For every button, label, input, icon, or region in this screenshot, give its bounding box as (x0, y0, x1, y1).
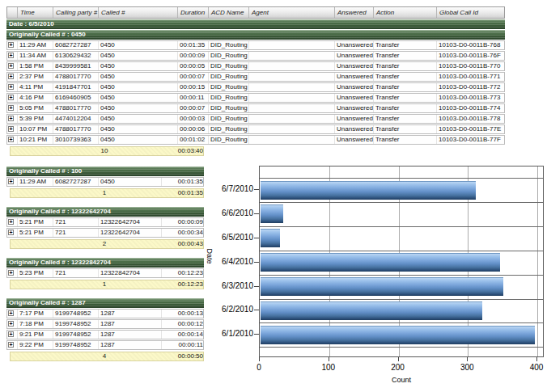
cell-called: 1287 (98, 341, 161, 349)
cell-calling-party: 4788017770 (53, 104, 98, 112)
expand-row-button[interactable]: + (8, 95, 14, 100)
table-row: +7:18 PM9199748952128700:00:12 (6, 319, 204, 329)
expand-row-button[interactable]: + (8, 179, 14, 184)
cell-called: 1287 (98, 320, 161, 328)
cell-called: 12322642704 (98, 229, 161, 237)
cell-calling-party: 721 (53, 269, 98, 277)
expander-cell: + (7, 62, 17, 70)
expander-cell: + (7, 125, 17, 133)
y-tick-label: 6/2/2010 (202, 305, 253, 314)
cell-calling-party: 6082727287 (53, 41, 98, 49)
cell-calling-party: 8439999581 (53, 62, 98, 70)
chart-bar (261, 277, 503, 296)
summary-duration: 00:01:35 (155, 189, 205, 197)
cell-calling-party: 6130629432 (53, 52, 98, 60)
cell-calling-party: 4474012204 (53, 115, 98, 123)
expand-row-button[interactable]: + (8, 116, 14, 121)
x-axis-tick (467, 357, 468, 361)
expander-cell: + (7, 94, 17, 102)
table-row: +1:58 PM8439999581045000:00:05DID_Routin… (6, 61, 505, 71)
column-header-time: Time (17, 7, 53, 18)
cell-called: 0450 (98, 104, 177, 112)
summary-row: 400:00:50 (10, 352, 204, 361)
gridline-horizontal (260, 275, 543, 276)
cell-called: 0450 (98, 83, 177, 91)
chart-bar (261, 204, 283, 223)
cell-acd-name: DID_Routing (208, 125, 248, 133)
cell-acd-name: DID_Routing (208, 136, 248, 144)
expander-cell: + (7, 73, 17, 81)
table-row: +10:21 PM3010739363045000:01:02DID_Routi… (6, 135, 505, 145)
expand-row-button[interactable]: + (8, 126, 14, 132)
expand-row-button[interactable]: + (8, 230, 14, 235)
x-axis-tick (259, 357, 260, 361)
expand-row-button[interactable]: + (8, 53, 14, 58)
group-band: Originally Called # : 1287 (6, 298, 204, 308)
expand-row-button[interactable]: + (8, 84, 14, 90)
cell-duration: 00:00:34 (161, 229, 205, 237)
group-band: Originally Called # : 0450 (6, 30, 505, 40)
table-row: +5:21 PM7211232264270400:00:34 (6, 228, 204, 238)
cell-action: Transfer (373, 83, 436, 91)
cell-acd-name: DID_Routing (208, 83, 248, 91)
cell-time: 10:21 PM (17, 136, 53, 144)
cell-acd-name: DID_Routing (208, 104, 248, 112)
table-row: +5:21 PM7211232264270400:00:09 (6, 217, 204, 227)
cell-answered: Unanswered (334, 52, 373, 60)
column-header-agent: Agent (248, 7, 334, 18)
cell-acd-name: DID_Routing (208, 62, 248, 70)
cell-time: 11:34 AM (17, 52, 53, 60)
summary-spacer (11, 240, 54, 248)
expand-row-button[interactable]: + (8, 219, 14, 225)
gridline-horizontal (260, 299, 543, 300)
column-header-global-call-id: Global Call Id (436, 7, 506, 18)
cell-called: 0450 (98, 125, 177, 133)
cell-time: 7:18 PM (17, 320, 53, 328)
cell-agent (248, 104, 334, 112)
cell-agent (248, 52, 334, 60)
cell-time: 11:29 AM (17, 41, 53, 49)
column-header-action: Action (373, 7, 436, 18)
cell-calling-party: 4788017770 (53, 73, 98, 81)
expand-row-button[interactable]: + (8, 74, 14, 79)
cell-answered: Unanswered (334, 41, 373, 49)
expand-row-button[interactable]: + (8, 310, 14, 316)
expand-row-button[interactable]: + (8, 270, 14, 276)
expand-row-button[interactable]: + (8, 137, 14, 142)
cell-time: 10:07 PM (17, 125, 53, 133)
cell-duration: 00:00:06 (177, 125, 208, 133)
x-axis-tick (536, 357, 537, 361)
cell-acd-name: DID_Routing (208, 73, 248, 81)
expand-row-button[interactable]: + (8, 42, 14, 48)
expand-row-button[interactable]: + (8, 63, 14, 69)
table-header-row: TimeCalling party #Called #DurationACD N… (6, 6, 505, 19)
cell-duration: 00:00:11 (161, 341, 205, 349)
y-axis-tick (254, 286, 259, 287)
cell-agent (248, 94, 334, 102)
cell-calling-party: 9199748952 (53, 341, 98, 349)
cell-answered: Unanswered (334, 125, 373, 133)
expander-cell: + (7, 331, 17, 339)
group-band: Originally Called # : 100 (6, 166, 204, 176)
expander-cell: + (7, 104, 17, 112)
cell-agent (248, 115, 334, 123)
table-row: +2:37 PM4788017770045000:00:07DID_Routin… (6, 72, 505, 82)
expand-row-button[interactable]: + (8, 105, 14, 111)
expand-row-button[interactable]: + (8, 331, 14, 337)
summary-duration: 00:03:40 (155, 147, 205, 155)
cell-acd-name: DID_Routing (208, 52, 248, 60)
cell-called: 0450 (98, 73, 177, 81)
cell-time: 5:21 PM (17, 218, 53, 226)
expander-cell: + (7, 341, 17, 349)
summary-row: 100:01:35 (10, 188, 204, 198)
expander-cell: + (7, 136, 17, 144)
table-row: +11:29 AM6082727287045000:01:35 (6, 177, 204, 187)
expand-row-button[interactable]: + (8, 342, 14, 348)
cell-action: Transfer (373, 94, 436, 102)
x-axis-tick (329, 357, 329, 361)
cell-calling-party: 3010739363 (53, 136, 98, 144)
chart-bar (261, 326, 535, 344)
cell-global-call-id: 10103-D0-0011B-774 (436, 104, 506, 112)
expand-row-button[interactable]: + (8, 321, 14, 327)
cell-called: 12322642704 (98, 218, 161, 226)
